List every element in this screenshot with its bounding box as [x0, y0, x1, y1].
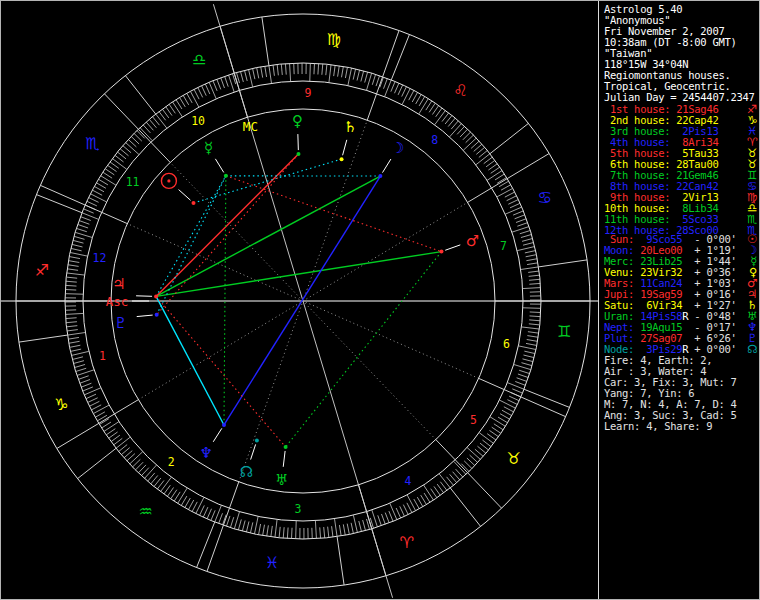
- degree-tick: [66, 277, 77, 278]
- degree-tick: [185, 498, 190, 508]
- degree-tick: [417, 497, 423, 507]
- degree-tick: [429, 103, 435, 112]
- house-cusp-spoke: [104, 94, 170, 163]
- degree-tick: [529, 275, 540, 276]
- planet-pointer-line: [382, 159, 390, 173]
- degree-tick: [329, 65, 331, 83]
- degree-tick: [238, 519, 241, 530]
- aspect-line: [224, 176, 226, 425]
- degree-tick: [196, 497, 204, 513]
- degree-tick: [205, 84, 210, 94]
- degree-tick: [65, 313, 83, 314]
- planet-pointer-line: [179, 190, 191, 201]
- degree-tick: [424, 493, 430, 502]
- degree-tick: [187, 93, 192, 103]
- degree-tick: [130, 452, 143, 464]
- zodiac-sign-icon: ♏: [85, 134, 99, 153]
- degree-tick: [292, 528, 293, 539]
- degree-tick: [74, 236, 85, 239]
- chart-header: Astrolog 5.40"Anonymous"Fri November 2, …: [604, 4, 757, 103]
- degree-tick: [87, 201, 97, 206]
- planet-position-dot: [439, 250, 443, 254]
- degree-tick: [75, 232, 92, 237]
- planet-position-dot: [284, 445, 288, 449]
- degree-tick: [78, 224, 88, 228]
- jupi-icon: ♃: [112, 275, 125, 293]
- degree-tick: [144, 465, 156, 478]
- degree-tick: [407, 495, 416, 511]
- degree-tick: [226, 516, 230, 526]
- degree-tick: [523, 242, 534, 245]
- degree-tick: [394, 83, 398, 93]
- degree-tick: [296, 521, 297, 539]
- degree-tick: [499, 400, 515, 408]
- line: [490, 123, 528, 153]
- mars-icon: ♂: [466, 232, 479, 250]
- degree-tick: [67, 269, 78, 270]
- degree-tick: [116, 437, 130, 448]
- moon-icon: ☽: [391, 139, 404, 157]
- degree-tick: [501, 185, 511, 190]
- degree-tick: [287, 528, 288, 539]
- degree-tick: [402, 89, 410, 105]
- planet-position-dot: [154, 294, 158, 298]
- degree-tick: [92, 190, 102, 195]
- degree-tick: [530, 312, 541, 313]
- house-number: 12: [93, 251, 107, 265]
- house-number: 3: [295, 502, 302, 516]
- zodiac-sign-icon: ♒: [138, 502, 152, 521]
- aspect-line: [194, 159, 342, 203]
- degree-tick: [335, 519, 338, 537]
- degree-tick: [253, 68, 255, 79]
- degree-tick: [522, 238, 533, 241]
- house-cusp-spoke: [436, 440, 502, 509]
- degree-tick: [432, 105, 438, 114]
- degree-tick: [439, 474, 450, 488]
- degree-tick: [207, 509, 211, 519]
- degree-tick: [326, 64, 327, 75]
- degree-tick: [275, 519, 277, 537]
- degree-tick: [66, 326, 77, 327]
- degree-tick: [528, 332, 539, 333]
- line: [19, 335, 67, 342]
- zodiac-sign-icon: ♌: [453, 81, 467, 100]
- degree-tick: [505, 207, 522, 214]
- zodiac-sign-icon: ♓: [265, 553, 279, 572]
- degree-tick: [489, 430, 498, 436]
- aspect-line: [286, 252, 442, 447]
- degree-tick: [523, 359, 534, 362]
- degree-tick: [79, 221, 89, 225]
- house-number: 2: [168, 455, 175, 469]
- degree-tick: [209, 82, 216, 99]
- degree-tick: [328, 527, 329, 538]
- degree-tick: [257, 68, 259, 79]
- planet-position-dot: [224, 174, 228, 178]
- degree-tick: [523, 308, 541, 309]
- info-sidebar: Astrolog 5.40"Anonymous"Fri November 2, …: [604, 1, 757, 599]
- aspect-line: [157, 176, 226, 315]
- degree-tick: [500, 414, 510, 419]
- degree-tick: [424, 485, 434, 500]
- degree-tick: [225, 76, 229, 86]
- zodiac-sign-icon: ♍: [327, 30, 341, 49]
- zodiac-sign-icon: ♉: [507, 449, 521, 468]
- planet-pointer-line: [213, 428, 222, 441]
- degree-tick: [217, 79, 221, 89]
- degree-tick: [69, 341, 80, 343]
- degree-tick: [281, 64, 282, 75]
- degree-tick: [491, 167, 500, 173]
- degree-tick: [76, 228, 86, 231]
- degree-tick: [93, 405, 109, 414]
- degree-tick: [192, 502, 197, 512]
- degree-tick: [353, 515, 357, 533]
- degree-tick: [171, 490, 177, 499]
- degree-tick: [213, 81, 217, 91]
- degree-tick: [528, 271, 539, 272]
- degree-tick: [66, 322, 77, 323]
- degree-tick: [526, 343, 537, 345]
- degree-tick: [95, 412, 105, 417]
- degree-tick: [348, 68, 352, 86]
- degree-tick: [72, 244, 83, 247]
- degree-tick: [514, 364, 531, 369]
- degree-tick: [467, 448, 480, 460]
